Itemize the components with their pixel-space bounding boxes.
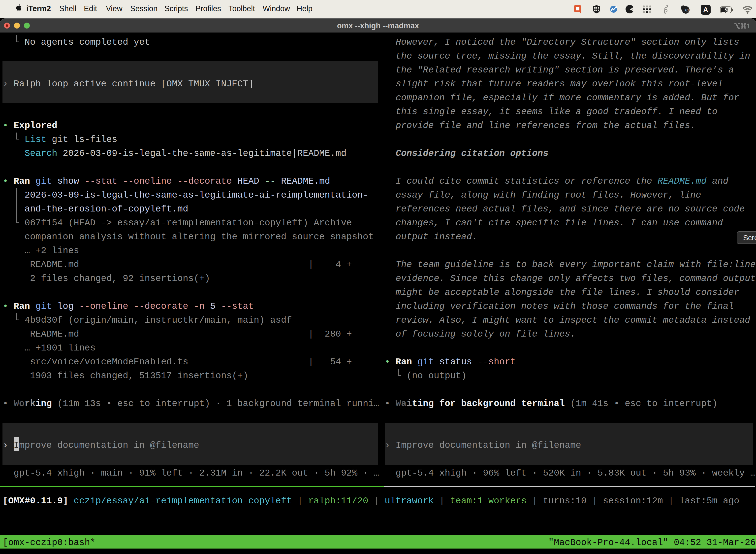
svg-text:..61: ..61 <box>683 8 689 12</box>
svg-text:1: 1 <box>747 23 750 29</box>
